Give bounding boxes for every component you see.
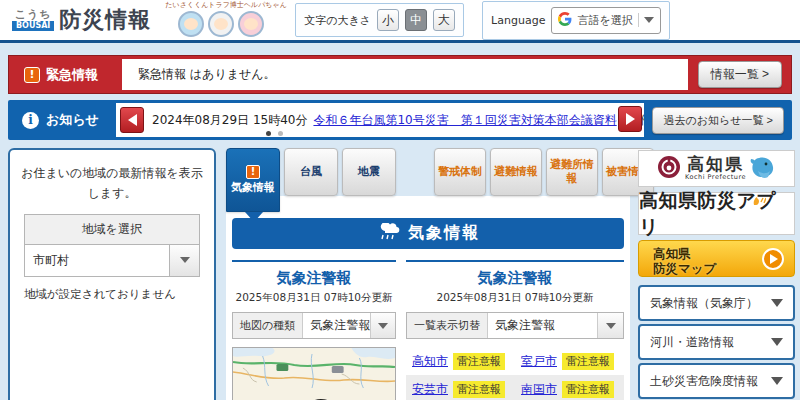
- mascot-icon: [178, 11, 204, 37]
- dropdown-arrow-box: [370, 313, 395, 338]
- region-status-text: 地域が設定されておりません: [10, 277, 214, 312]
- kochi-prefecture-banner[interactable]: 高知県 Kochi Prefecture: [638, 150, 795, 187]
- warning-badge: 雷注意報: [453, 381, 505, 398]
- tab-alert-system[interactable]: 警戒体制: [434, 148, 486, 196]
- mascot-label: トラフ博士: [208, 0, 244, 10]
- site-logo[interactable]: こうち BOUSAI 防災情報: [12, 5, 151, 35]
- google-translate-icon: [558, 11, 572, 30]
- divider: [232, 260, 396, 262]
- language-select[interactable]: 言語を選択: [551, 7, 660, 34]
- chevron-down-icon: [606, 323, 616, 329]
- city-link[interactable]: 高知市: [412, 353, 448, 370]
- whale-mascot-icon: [750, 155, 776, 183]
- chevron-down-icon: [771, 377, 783, 385]
- logo-badge: BOUSAI: [12, 21, 54, 31]
- city-warning-cell: 室戸市 雷注意報: [515, 353, 624, 370]
- accordion-jma-weather[interactable]: 気象情報（気象庁）: [638, 285, 795, 321]
- info-icon: i: [22, 112, 39, 129]
- alert-icon: !: [24, 67, 40, 83]
- alert-icon: !: [246, 165, 260, 179]
- list-section-title: 気象注警報: [406, 269, 624, 288]
- accordion-label: 気象情報（気象庁）: [650, 295, 771, 312]
- tab-typhoon[interactable]: 台風: [284, 148, 338, 196]
- font-size-small-button[interactable]: 小: [377, 9, 399, 31]
- logo-kana-badge: こうち BOUSAI: [12, 9, 54, 31]
- sidebar-accordions: 気象情報（気象庁） 河川・道路情報 土砂災害危険度情報 交通情報: [638, 285, 795, 400]
- city-link[interactable]: 安芸市: [412, 381, 448, 398]
- tab-evacuation-info[interactable]: 避難情報: [490, 148, 542, 196]
- news-date: 2024年08月29日 15時40分: [152, 112, 307, 129]
- tab-earthquake[interactable]: 地震: [342, 148, 396, 196]
- mascot-row: [165, 11, 277, 37]
- right-sidebar: 高知県 Kochi Prefecture 高知県防災アプリ 高知県: [638, 150, 795, 400]
- mascot-characters: たいさくくん トラフ博士 ヘルパちゃん: [165, 0, 277, 40]
- chevron-down-icon: [378, 323, 388, 329]
- news-prev-button[interactable]: [120, 107, 144, 133]
- list-view-select[interactable]: 一覧表示切替 気象注警報: [406, 312, 624, 339]
- prefecture-title: 高知県: [687, 156, 744, 173]
- city-link[interactable]: 南国市: [521, 381, 557, 398]
- news-next-button[interactable]: [618, 106, 642, 132]
- category-tabs: ! 気象情報 台風 地震 警戒体制 避難情報 避難所情報 被害情報: [226, 148, 658, 212]
- tab-shelter-info[interactable]: 避難所情報: [546, 148, 598, 196]
- cloud-rain-icon: [376, 223, 400, 244]
- news-link[interactable]: 令和６年台風第10号災害 第１回災害対策本部会議資料: [313, 112, 616, 129]
- chevron-down-icon: [180, 257, 190, 263]
- warning-badge: 雷注意報: [562, 353, 614, 370]
- news-history-button[interactable]: 過去のお知らせ一覧 >: [652, 107, 784, 134]
- municipality-select-value: 市町村: [25, 252, 169, 269]
- dropdown-arrow-box: [169, 245, 199, 276]
- font-size-medium-button[interactable]: 中: [405, 9, 427, 31]
- bousai-app-banner[interactable]: 高知県防災アプリ: [638, 192, 795, 235]
- municipality-select[interactable]: 市町村: [24, 245, 200, 277]
- accordion-landslide-risk[interactable]: 土砂災害危険度情報: [638, 363, 795, 399]
- carousel-dot-active: [266, 131, 271, 136]
- emergency-message: 緊急情報 はありません。: [138, 66, 678, 83]
- emergency-button-area: 情報一覧 >: [688, 59, 788, 90]
- map-type-select-label: 地図の種類: [233, 313, 303, 338]
- emergency-label-area: ! 緊急情報: [12, 59, 122, 90]
- font-size-large-button[interactable]: 大: [433, 9, 455, 31]
- weather-warning-map[interactable]: [232, 347, 396, 400]
- accordion-river-road[interactable]: 河川・道路情報: [638, 324, 795, 360]
- weather-list-section: 気象注警報 2025年08月31日 07時10分更新 一覧表示切替 気象注警報 …: [406, 260, 624, 400]
- news-label-area: i お知らせ: [8, 111, 116, 129]
- font-size-label: 文字の大きさ: [304, 13, 371, 28]
- divider: [638, 13, 639, 27]
- emergency-bar: ! 緊急情報 緊急情報 はありません。 情報一覧 >: [8, 55, 792, 94]
- news-history-area: 過去のお知らせ一覧 >: [644, 107, 792, 134]
- table-row: 高知市 雷注意報 室戸市 雷注意報: [406, 347, 624, 375]
- news-ticker-panel: 2024年08月29日 15時40分 令和６年台風第10号災害 第１回災害対策本…: [116, 103, 644, 137]
- weather-banner-title: 気象情報: [408, 223, 480, 244]
- arrow-right-icon: [626, 113, 635, 125]
- site-title: 防災情報: [59, 5, 151, 35]
- map-type-select[interactable]: 地図の種類 気象注警報: [232, 312, 396, 339]
- prefecture-subtitle: Kochi Prefecture: [685, 174, 746, 181]
- bousai-map-banner[interactable]: 高知県 防災マップ: [638, 240, 795, 277]
- map-banner-line2: 防災マップ: [653, 261, 716, 276]
- flame-icon: [752, 196, 766, 206]
- list-view-select-value: 気象注警報: [488, 313, 597, 338]
- emergency-label: 緊急情報: [46, 66, 98, 84]
- language-label: Language: [491, 14, 545, 27]
- map-section-updated: 2025年08月31日 07時10分更新: [232, 291, 396, 305]
- news-bar: i お知らせ 2024年08月29日 15時40分 令和６年台風第10号災害 第…: [8, 100, 792, 140]
- play-arrow-icon: [762, 248, 784, 270]
- chevron-down-icon: [771, 338, 783, 346]
- tab-weather[interactable]: ! 気象情報: [226, 148, 280, 212]
- warning-badge: 雷注意報: [562, 381, 614, 398]
- chevron-down-icon: [771, 299, 783, 307]
- mascot-icon: [238, 11, 264, 37]
- city-warning-cell: 高知市 雷注意報: [406, 353, 515, 370]
- city-link[interactable]: 室戸市: [521, 353, 557, 370]
- news-label: お知らせ: [46, 111, 99, 129]
- emergency-list-button[interactable]: 情報一覧 >: [698, 61, 782, 88]
- list-view-select-label: 一覧表示切替: [407, 313, 488, 338]
- list-section-updated: 2025年08月31日 07時10分更新: [406, 291, 624, 305]
- region-select-header: 地域を選択: [24, 214, 200, 245]
- divider: [406, 260, 624, 262]
- mascot-icon: [208, 11, 234, 37]
- arrow-left-icon: [128, 114, 137, 126]
- tab-label: 気象情報: [231, 181, 275, 195]
- weather-map-section: 気象注警報 2025年08月31日 07時10分更新 地図の種類 気象注警報: [232, 260, 396, 400]
